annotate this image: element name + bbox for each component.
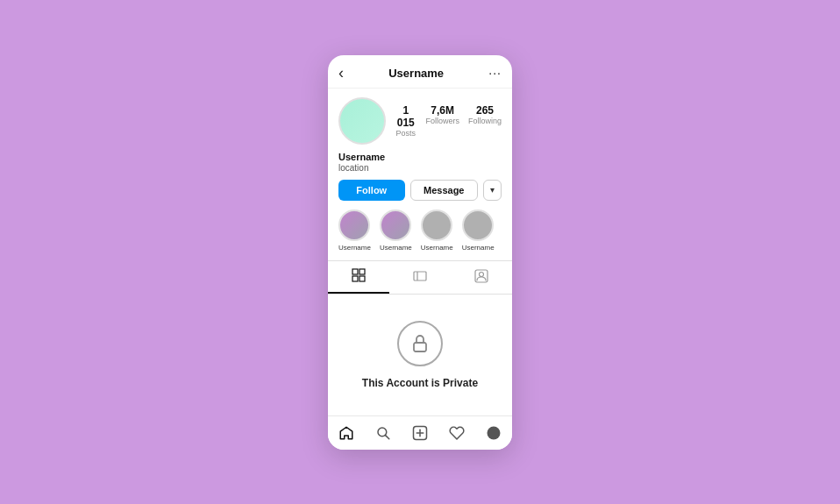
highlight-circle-2: [380, 209, 411, 241]
highlight-item-2[interactable]: Username: [380, 209, 412, 252]
lock-circle: [397, 321, 443, 366]
highlight-item-4[interactable]: Username: [462, 209, 495, 252]
highlight-label-2: Username: [380, 244, 412, 252]
svg-rect-8: [414, 343, 426, 351]
stat-following: 265 Following: [468, 104, 502, 138]
stats-row: 1 015 Posts 7,6M Followers 265 Following: [395, 104, 502, 138]
message-button[interactable]: Message: [410, 180, 479, 201]
following-label: Following: [468, 117, 502, 125]
tv-icon: [413, 269, 427, 286]
dropdown-button[interactable]: ▾: [483, 180, 502, 201]
svg-rect-1: [359, 269, 365, 274]
svg-rect-3: [359, 276, 365, 281]
svg-point-14: [488, 426, 501, 439]
nav-home[interactable]: [331, 423, 361, 443]
bottom-nav: [328, 415, 512, 450]
phone-frame: ‹ Username ··· 1 015 Posts 7,6M Follower…: [328, 55, 512, 450]
stat-posts: 1 015 Posts: [395, 104, 416, 138]
person-tag-icon: [474, 269, 488, 286]
private-text: This Account is Private: [362, 377, 478, 389]
profile-header: ‹ Username ···: [328, 55, 512, 89]
stat-followers: 7,6M Followers: [425, 104, 459, 138]
follow-button[interactable]: Follow: [338, 180, 405, 201]
more-button[interactable]: ···: [488, 66, 502, 80]
highlight-circle-4: [462, 209, 494, 241]
back-button[interactable]: ‹: [338, 64, 344, 82]
tab-grid[interactable]: [328, 261, 389, 294]
posts-label: Posts: [395, 129, 416, 138]
private-section: This Account is Private: [328, 295, 512, 415]
highlight-label-1: Username: [338, 244, 371, 252]
svg-line-10: [386, 435, 389, 438]
nav-add[interactable]: [405, 423, 435, 443]
avatar: [338, 97, 386, 145]
svg-point-7: [480, 272, 484, 276]
tabs-bar: [328, 260, 512, 295]
profile-name: Username: [338, 152, 502, 162]
action-buttons: Follow Message ▾: [338, 180, 502, 201]
svg-rect-2: [352, 276, 358, 281]
svg-rect-4: [414, 272, 426, 280]
followers-count: 7,6M: [425, 104, 459, 117]
grid-icon: [352, 268, 366, 285]
lock-icon: [409, 333, 431, 354]
nav-search[interactable]: [368, 423, 398, 443]
nav-heart[interactable]: [442, 423, 472, 443]
header-title: Username: [388, 67, 444, 80]
tab-tagged[interactable]: [451, 261, 512, 294]
tab-tv[interactable]: [389, 261, 451, 294]
profile-location: location: [338, 163, 502, 173]
highlights-row: Username Username Username Username: [338, 209, 502, 260]
highlight-item-1[interactable]: Username: [338, 209, 371, 252]
nav-profile[interactable]: [479, 423, 509, 443]
profile-top: 1 015 Posts 7,6M Followers 265 Following: [338, 97, 502, 145]
posts-count: 1 015: [395, 104, 416, 129]
highlight-label-3: Username: [421, 244, 453, 252]
chevron-down-icon: ▾: [490, 185, 495, 195]
highlight-circle-3: [421, 209, 452, 241]
highlight-circle-1: [338, 209, 370, 241]
highlight-item-3[interactable]: Username: [421, 209, 453, 252]
following-count: 265: [468, 104, 502, 117]
highlight-label-4: Username: [462, 244, 495, 252]
svg-rect-0: [352, 269, 358, 274]
profile-section: 1 015 Posts 7,6M Followers 265 Following…: [328, 89, 512, 260]
followers-label: Followers: [425, 117, 459, 125]
